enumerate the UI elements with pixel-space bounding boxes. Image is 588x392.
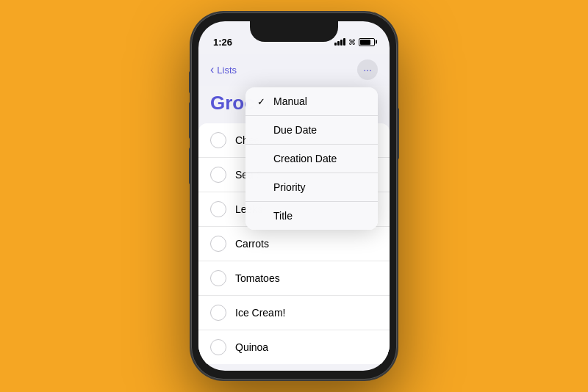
power-button [397, 108, 399, 159]
item-checkbox[interactable] [210, 167, 226, 183]
item-checkbox[interactable] [210, 339, 226, 355]
list-item[interactable]: Tomatoes [198, 261, 390, 296]
more-button[interactable]: ··· [357, 59, 378, 80]
sort-option-manual[interactable]: ✓ Manual [245, 87, 378, 116]
wifi-icon: ⌘ [348, 38, 356, 46]
sort-option-due-date[interactable]: Due Date [245, 116, 378, 145]
sort-option-label: Due Date [273, 124, 317, 136]
sort-option-label: Title [273, 210, 293, 222]
status-icons: ⌘ [334, 38, 375, 46]
list-item[interactable]: Carrots [198, 227, 390, 261]
list-item[interactable]: Quinoa [198, 330, 390, 364]
sort-option-title[interactable]: Title [245, 202, 378, 230]
volume-mute-button [189, 71, 191, 93]
sort-dropdown: ✓ Manual Due Date Creation Date Priority [245, 87, 378, 230]
item-label: Tomatoes [235, 272, 280, 284]
item-checkbox[interactable] [210, 132, 226, 148]
back-button[interactable]: ‹ Lists [210, 63, 237, 76]
sort-option-label: Manual [273, 95, 307, 107]
item-checkbox[interactable] [210, 201, 226, 217]
phone-wrapper: 1:26 ⌘ ‹ Lis [191, 12, 397, 380]
phone-screen: 1:26 ⌘ ‹ Lis [198, 21, 390, 371]
list-item[interactable]: Ice Cream! [198, 296, 390, 330]
item-label: Quinoa [235, 341, 268, 353]
ellipsis-icon: ··· [363, 64, 372, 76]
sort-option-creation-date[interactable]: Creation Date [245, 145, 378, 173]
item-checkbox[interactable] [210, 305, 226, 321]
back-label: Lists [217, 65, 237, 76]
sort-option-priority[interactable]: Priority [245, 173, 378, 202]
checkmark-icon: ✓ [257, 96, 268, 107]
battery-icon [359, 38, 375, 46]
sort-option-label: Creation Date [273, 153, 337, 164]
item-checkbox[interactable] [210, 270, 226, 286]
item-label: Ice Cream! [235, 307, 285, 319]
phone-body: 1:26 ⌘ ‹ Lis [191, 12, 397, 380]
notch [250, 21, 338, 42]
signal-icon [334, 38, 345, 46]
nav-bar: ‹ Lists ··· [198, 54, 390, 86]
volume-down-button [189, 148, 191, 184]
volume-up-button [189, 102, 191, 139]
item-checkbox[interactable] [210, 236, 226, 252]
chevron-left-icon: ‹ [210, 63, 214, 76]
status-time: 1:26 [213, 37, 232, 48]
sort-option-label: Priority [273, 181, 306, 193]
item-label: Carrots [235, 238, 269, 250]
